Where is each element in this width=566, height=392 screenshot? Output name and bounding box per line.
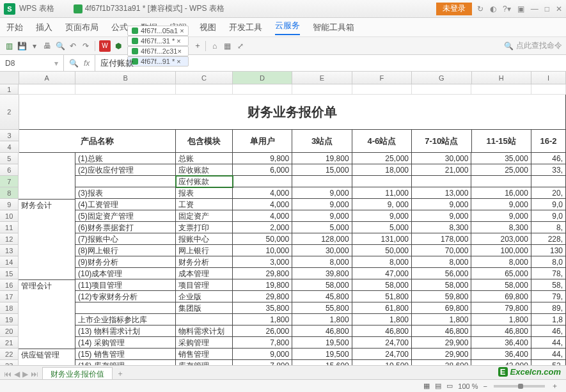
cell[interactable]: (2)应收应付管理	[75, 164, 176, 176]
zoom-slider[interactable]	[494, 385, 545, 388]
row-header-4[interactable]: 4	[0, 141, 19, 153]
row-header-21[interactable]: 20	[0, 325, 19, 337]
cell[interactable]: 财务会计	[19, 199, 75, 210]
cell[interactable]: 78,	[531, 268, 566, 279]
command-search[interactable]: 🔍 点此查找命令	[504, 40, 562, 51]
cell[interactable]: 9,800	[233, 153, 292, 164]
help-icon[interactable]: ?▾	[503, 4, 511, 13]
save-icon[interactable]: 💾	[17, 41, 27, 51]
cell[interactable]: 库存管理	[176, 360, 233, 365]
cell[interactable]: 3站点	[292, 130, 352, 153]
close-icon[interactable]: ✕	[556, 4, 562, 13]
add-sheet-button[interactable]: ＋	[116, 368, 124, 379]
cell[interactable]: (10)成本管理	[75, 268, 176, 279]
cell[interactable]: 物料需求计划	[176, 325, 233, 337]
cell[interactable]: 财务分析	[176, 256, 233, 268]
col-header-C[interactable]: C	[176, 72, 233, 84]
sheet-next-icon[interactable]: ▶	[22, 370, 28, 379]
row-header-22[interactable]: 21	[0, 337, 19, 349]
cell[interactable]: 企业版	[176, 291, 233, 302]
ribbon-toggle-icon[interactable]: ▣	[517, 4, 524, 13]
view-normal-icon[interactable]: ▦	[423, 382, 430, 390]
cell[interactable]: 47,000	[352, 268, 412, 279]
cell[interactable]: (1)总账	[75, 153, 176, 164]
row-header-3[interactable]: 3	[0, 130, 19, 141]
cell[interactable]: 39,800	[292, 268, 352, 279]
cell[interactable]	[412, 176, 471, 187]
cell[interactable]: 销售管理	[176, 349, 233, 360]
name-box[interactable]: D8 ▾	[0, 55, 64, 71]
cell[interactable]: 24,700	[352, 349, 412, 360]
doc-tab-1[interactable]: 4f67f...31 * ×	[127, 36, 189, 46]
cell[interactable]: 1,800	[233, 314, 292, 325]
cell[interactable]: 应付账款	[176, 176, 233, 187]
cell[interactable]: 36,400	[471, 349, 531, 360]
zoom-value[interactable]: 100 %	[458, 382, 478, 390]
cell[interactable]: 52,	[531, 360, 566, 365]
view-break-icon[interactable]: ▭	[446, 382, 453, 390]
row-header-9[interactable]: 8	[0, 187, 19, 199]
cell[interactable]: 61,800	[352, 302, 412, 314]
cell[interactable]	[19, 210, 75, 222]
cell[interactable]: 18,000	[352, 164, 412, 176]
cell[interactable]: 11-15站	[472, 130, 531, 153]
cell[interactable]: 25,000	[471, 164, 531, 176]
menu-2[interactable]: 页面布局	[65, 22, 98, 33]
cell[interactable]	[19, 153, 75, 164]
row-header-18[interactable]: 17	[0, 291, 19, 302]
cell[interactable]: 131,000	[352, 233, 412, 245]
cell[interactable]: 5,000	[292, 222, 352, 233]
cell[interactable]: 46,800	[412, 325, 471, 337]
cell[interactable]: 集团版	[176, 302, 233, 314]
cell[interactable]	[471, 84, 531, 95]
cell[interactable]: 1,800	[352, 314, 412, 325]
cell[interactable]: (8)网上银行	[75, 245, 176, 256]
cell[interactable]: 8,000	[352, 256, 412, 268]
cell[interactable]: 20,	[531, 187, 566, 199]
cell[interactable]: 15,000	[292, 164, 352, 176]
cell[interactable]	[292, 84, 352, 95]
cell[interactable]: 19,500	[352, 360, 412, 365]
cell[interactable]: 7-10站点	[412, 130, 471, 153]
cell[interactable]: 29,800	[233, 291, 292, 302]
cell[interactable]: (15) 销售管理	[75, 349, 176, 360]
cell[interactable]: 4,000	[233, 210, 292, 222]
cell[interactable]: 69,800	[412, 302, 471, 314]
cell[interactable]: 工资	[176, 199, 233, 210]
menu-9[interactable]: 智能工具箱	[313, 22, 354, 33]
cell[interactable]	[531, 176, 566, 187]
cell[interactable]: 19,500	[292, 337, 352, 349]
cell[interactable]: 30,000	[292, 245, 352, 256]
zoom-out-icon[interactable]: −	[483, 382, 487, 390]
col-header-I[interactable]: I	[531, 72, 566, 84]
cell[interactable]: 上市企业指标参比库	[75, 314, 176, 325]
login-button[interactable]: 未登录	[436, 3, 472, 15]
cell[interactable]	[19, 314, 75, 325]
cell[interactable]: 58,000	[471, 279, 531, 291]
cell[interactable]: 79,800	[471, 302, 531, 314]
cell[interactable]: 65,000	[471, 268, 531, 279]
cell[interactable]: 178,000	[412, 233, 471, 245]
cell[interactable]: 58,000	[352, 279, 412, 291]
grid-icon[interactable]: ▦	[223, 41, 233, 51]
cell[interactable]: 30,000	[412, 153, 471, 164]
cell[interactable]	[176, 314, 233, 325]
cell[interactable]: 19,800	[233, 279, 292, 291]
cell[interactable]: 报表	[176, 187, 233, 199]
cell[interactable]: 44,	[531, 337, 566, 349]
cell[interactable]: 228,	[531, 233, 566, 245]
col-header-A[interactable]: A	[19, 72, 76, 84]
cell[interactable]: 9, 000	[352, 199, 412, 210]
cell[interactable]: 24,700	[352, 337, 412, 349]
cell[interactable]: 16-2	[531, 130, 566, 153]
cell[interactable]: 59,800	[412, 291, 471, 302]
cell[interactable]	[19, 302, 75, 314]
cell[interactable]	[233, 84, 292, 95]
view-page-icon[interactable]: ▤	[435, 382, 441, 390]
formula-input[interactable]: 应付账款	[95, 58, 566, 69]
cell[interactable]	[19, 325, 75, 337]
cell[interactable]: 支票打印	[176, 222, 233, 233]
cell[interactable]: 2,000	[233, 222, 292, 233]
cell[interactable]: (16) 库存管理	[75, 360, 176, 365]
menu-6[interactable]: 视图	[200, 22, 216, 33]
